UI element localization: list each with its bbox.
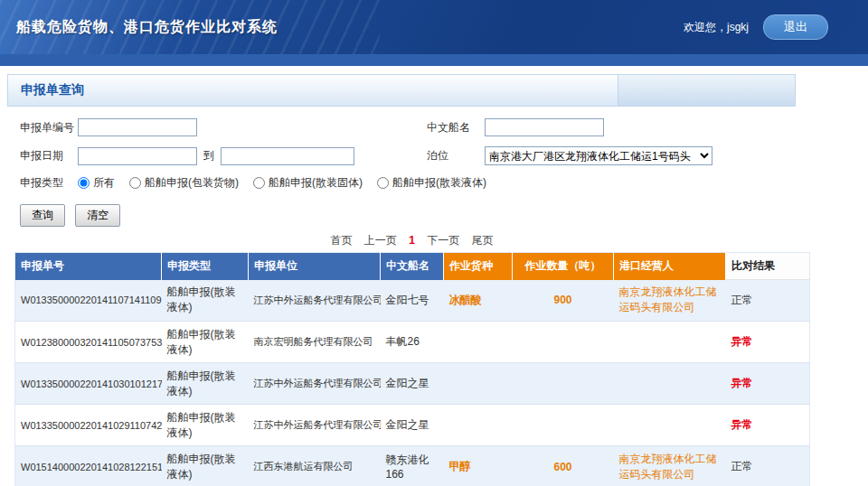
cell-type: 船舶申报(散装液体)	[162, 446, 249, 486]
ship-name-input[interactable]	[485, 118, 604, 136]
decl-type-radios: 所有船舶申报(包装货物)船舶申报(散装固体)船舶申报(散装液体)	[78, 175, 486, 191]
pagination-current-page: 1	[409, 234, 415, 247]
app-header: 船载危险货物、港口危货作业比对系统 欢迎您，jsgkj 退出	[0, 0, 868, 54]
table-row: W015140000220141028122151 船舶申报(散装液体) 江西东…	[15, 446, 810, 486]
date-label: 申报日期	[20, 148, 78, 164]
section-bar-left: 申报单查询	[7, 74, 618, 107]
welcome-text: 欢迎您，jsgkj	[684, 20, 749, 35]
cell-operator	[614, 405, 726, 446]
cell-unit: 江西东港航运有限公司	[249, 446, 381, 486]
table-header-row: 申报单号 申报类型 申报单位 中文船名 作业货种 作业数量（吨） 港口经营人 比…	[15, 253, 810, 280]
cell-operator: 南京龙翔液体化工储运码头有限公司	[614, 446, 726, 486]
cell-result: 异常	[726, 363, 810, 405]
cell-ship: 丰帆26	[381, 322, 444, 363]
cell-decl-no: W013350000220141029110742	[15, 405, 162, 446]
cell-result: 正常	[726, 280, 810, 322]
clear-button[interactable]: 清空	[75, 204, 120, 227]
radio-option-1[interactable]: 船舶申报(包装货物)	[129, 175, 239, 191]
col-header-operator: 港口经营人	[614, 253, 726, 280]
date-to-input[interactable]	[221, 147, 354, 165]
pagination-next[interactable]: 下一页	[427, 234, 459, 247]
cell-type: 船舶申报(散装液体)	[162, 363, 249, 405]
cell-result: 异常	[726, 405, 810, 446]
cell-qty	[513, 322, 614, 363]
radio-input-1[interactable]	[129, 177, 141, 189]
cell-decl-no: W015140000220141028122151	[15, 446, 162, 486]
ship-name-label: 中文船名	[427, 120, 485, 136]
table-row: W013350000220141107141109 船舶申报(散装液体) 江苏中…	[15, 280, 810, 322]
cell-result: 正常	[726, 446, 810, 486]
section-bar: 申报单查询	[7, 74, 861, 107]
cell-cargo	[444, 405, 513, 446]
cell-result: 异常	[726, 322, 810, 363]
cell-ship: 赣东港化166	[381, 446, 444, 486]
berth-label: 泊位	[427, 148, 485, 164]
decl-no-input[interactable]	[78, 118, 197, 136]
cell-qty	[513, 405, 614, 446]
radio-input-0[interactable]	[78, 177, 90, 189]
radio-label-3: 船舶申报(散装液体)	[392, 175, 486, 191]
col-header-type: 申报类型	[162, 253, 249, 280]
cell-cargo	[444, 322, 513, 363]
date-from-input[interactable]	[78, 147, 197, 165]
radio-option-3[interactable]: 船舶申报(散装液体)	[377, 175, 486, 191]
section-bar-right	[618, 74, 796, 107]
date-to-separator: 到	[203, 148, 214, 164]
decl-no-label: 申报单编号	[20, 120, 78, 136]
query-button[interactable]: 查询	[20, 204, 65, 227]
cell-operator	[614, 322, 726, 363]
cell-unit: 江苏中外运船务代理有限公司	[249, 280, 381, 322]
berth-select[interactable]: 南京港大厂港区龙翔液体化工储运1号码头	[485, 146, 712, 165]
cell-unit: 南京宏明船务代理有限公司	[249, 322, 381, 363]
cell-decl-no: W012380000320141105073753	[15, 322, 162, 363]
col-header-decl-no: 申报单号	[15, 253, 162, 280]
radio-label-0: 所有	[93, 175, 115, 191]
cell-cargo	[444, 363, 513, 405]
cell-ship: 金阳之星	[381, 363, 444, 405]
logout-button[interactable]: 退出	[763, 14, 828, 40]
cell-ship: 金阳七号	[381, 280, 444, 322]
col-header-qty: 作业数量（吨）	[513, 253, 614, 280]
page-title: 申报单查询	[8, 82, 84, 98]
cell-unit: 江苏中外运船务代理有限公司	[249, 363, 381, 405]
pagination-prev[interactable]: 上一页	[364, 234, 397, 247]
cell-type: 船舶申报(散装液体)	[162, 322, 249, 363]
app-title: 船载危险货物、港口危货作业比对系统	[0, 18, 278, 37]
results-table: 申报单号 申报类型 申报单位 中文船名 作业货种 作业数量（吨） 港口经营人 比…	[14, 252, 810, 486]
table-row: W013350000220141029110742 船舶申报(散装液体) 江苏中…	[15, 405, 810, 446]
col-header-cargo: 作业货种	[444, 253, 513, 280]
cell-cargo: 冰醋酸	[444, 280, 513, 322]
cell-qty: 600	[513, 446, 614, 486]
cell-decl-no: W013350000220141107141109	[15, 280, 162, 322]
radio-input-3[interactable]	[377, 177, 389, 189]
col-header-ship: 中文船名	[381, 253, 444, 280]
pagination: 首页 上一页 1 下一页 尾页	[14, 233, 809, 248]
cell-ship: 金阳之星	[381, 405, 444, 446]
cell-unit: 江苏中外运船务代理有限公司	[249, 405, 381, 446]
pagination-last[interactable]: 尾页	[472, 234, 494, 247]
query-form: 申报单编号 中文船名 申报日期 到 泊位 南京港大厂港区龙翔液体化工储运1号码头	[7, 107, 861, 227]
cell-operator	[614, 363, 726, 405]
cell-qty	[513, 363, 614, 405]
table-row: W013350000220141030101217 船舶申报(散装液体) 江苏中…	[15, 363, 810, 405]
table-row: W012380000320141105073753 船舶申报(散装液体) 南京宏…	[15, 322, 810, 363]
radio-input-2[interactable]	[253, 177, 265, 189]
cell-operator: 南京龙翔液体化工储运码头有限公司	[614, 280, 726, 322]
cell-decl-no: W013350000220141030101217	[15, 363, 162, 405]
pagination-first[interactable]: 首页	[330, 234, 352, 247]
cell-cargo: 甲醇	[444, 446, 513, 486]
radio-option-0[interactable]: 所有	[78, 175, 115, 191]
radio-label-1: 船舶申报(包装货物)	[145, 175, 239, 191]
cell-qty: 900	[513, 280, 614, 322]
radio-option-2[interactable]: 船舶申报(散装固体)	[253, 175, 363, 191]
decl-type-label: 申报类型	[20, 175, 78, 191]
cell-type: 船舶申报(散装液体)	[162, 280, 249, 322]
col-header-result: 比对结果	[726, 253, 810, 280]
header-sub-band	[0, 54, 868, 66]
radio-label-2: 船舶申报(散装固体)	[269, 175, 363, 191]
col-header-unit: 申报单位	[249, 253, 381, 280]
cell-type: 船舶申报(散装液体)	[162, 405, 249, 446]
results-tbody: W013350000220141107141109 船舶申报(散装液体) 江苏中…	[15, 280, 810, 486]
